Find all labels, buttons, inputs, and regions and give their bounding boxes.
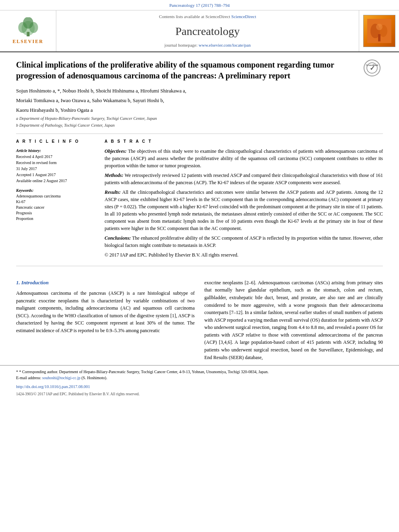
revised-date: 31 July 2017: [16, 166, 97, 172]
elsevier-tree-icon: [12, 17, 44, 37]
corresponding-author-note: * * Corresponding author. Department of …: [16, 369, 383, 375]
objectives-label: Objectives:: [105, 148, 127, 154]
objectives-text: The objectives of this study were to exa…: [105, 148, 383, 168]
affiliation-b: b Department of Pathology, Tochigi Cance…: [16, 123, 383, 129]
issn-line: 1424-3903/© 2017 IAP and EPC. Published …: [0, 391, 399, 399]
introduction-two-col: 1. Introduction Adenosquamous carcinoma …: [16, 279, 383, 362]
abstract-copyright: © 2017 IAP and EPC. Published by Elsevie…: [105, 251, 383, 259]
abstract-objectives: Objectives: The objectives of this study…: [105, 148, 383, 169]
results-text: All the clinicopathological characterist…: [105, 189, 383, 231]
journal-url[interactable]: www.elsevier.com/locate/pan: [199, 43, 251, 47]
keywords-block: Keywords: Adenosquamous carcinoma Ki-67 …: [16, 188, 97, 222]
keyword-2: Ki-67: [16, 199, 97, 205]
keywords-label: Keywords:: [16, 188, 33, 193]
doi-url[interactable]: http://dx.doi.org/10.1016/j.pan.2017.08.…: [16, 384, 90, 389]
article-history-block: Article history: Received 4 April 2017 R…: [16, 148, 97, 184]
authors-line-1: Sojun Hoshimoto a, *, Nobuo Hoshi b, Sho…: [16, 87, 383, 95]
received-revised-label: Received in revised form: [16, 160, 97, 166]
journal-reference: Pancreatology 17 (2017) 788–794: [0, 0, 399, 10]
doi-line: http://dx.doi.org/10.1016/j.pan.2017.08.…: [0, 382, 399, 391]
divider-2: [16, 266, 383, 266]
conclusions-label: Conclusions:: [105, 235, 131, 241]
crossmark-icon: ✓ CrossMark: [364, 60, 380, 76]
authors-line-2: Moriaki Tomikawa a, Iwao Ozawa a, Saho W…: [16, 97, 383, 105]
article-info-heading: A R T I C L E I N F O: [16, 139, 97, 144]
cover-thumbnail-image: [367, 19, 391, 43]
journal-cover-thumbnail: [363, 15, 395, 47]
intro-right-col: exocrine neoplasms [2–6]. Adenosquamous …: [204, 279, 383, 362]
intro-left-col: 1. Introduction Adenosquamous carcinoma …: [16, 279, 195, 362]
body-content: 1. Introduction Adenosquamous carcinoma …: [0, 275, 399, 366]
methods-label: Methods:: [105, 173, 123, 178]
sciencedirect-url-text[interactable]: ScienceDirect: [231, 14, 256, 19]
results-label: Results:: [105, 189, 121, 195]
journal-header: ELSEVIER Contents lists available at Sci…: [0, 10, 399, 52]
elsevier-logo-area: ELSEVIER: [0, 10, 56, 51]
journal-thumbnail-area: [359, 10, 399, 51]
journal-title-text: Pancreatology: [175, 23, 240, 39]
sciencedirect-link: Contents lists available at ScienceDirec…: [159, 14, 256, 20]
paper-title: Clinical implications of the proliferati…: [16, 60, 383, 81]
email-suffix: (S. Hoshimoto).: [82, 376, 107, 380]
intro-left-text: Adenosquamous carcinoma of the pancreas …: [16, 290, 195, 335]
email-line: E-mail address: souhoshi@tochigi-cc.jp (…: [16, 375, 383, 381]
abstract-results: Results: All the clinicopathological cha…: [105, 189, 383, 232]
article-info-abstract-section: A R T I C L E I N F O Article history: R…: [16, 139, 383, 261]
email-label: E-mail address:: [16, 376, 41, 380]
available-date: Available online 2 August 2017: [16, 178, 97, 184]
svg-point-4: [23, 17, 33, 29]
history-label: Article history:: [16, 148, 41, 153]
svg-point-9: [376, 24, 383, 30]
abstract-col: A B S T R A C T Objectives: The objectiv…: [105, 139, 383, 261]
authors-line-3: Kaoru Hirabayashi b, Yoshiro Ogata a: [16, 106, 383, 114]
svg-text:CrossMark: CrossMark: [366, 64, 378, 66]
accepted-date: Accepted 1 August 2017: [16, 172, 97, 178]
journal-homepage-text: journal homepage: www.elsevier.com/locat…: [165, 42, 251, 48]
keyword-5: Proportion: [16, 216, 97, 222]
keyword-1: Adenosquamous carcinoma: [16, 193, 97, 199]
journal-title-area: Contents lists available at ScienceDirec…: [56, 10, 359, 51]
abstract-conclusions: Conclusions: The enhanced proliferative …: [105, 234, 383, 249]
intro-right-text: exocrine neoplasms [2–6]. Adenosquamous …: [204, 279, 383, 362]
email-address[interactable]: souhoshi@tochigi-cc.jp: [42, 376, 80, 380]
conclusions-text: The enhanced proliferative ability of th…: [105, 235, 383, 248]
svg-rect-10: [378, 34, 380, 41]
footnote-area: * * Corresponding author. Department of …: [0, 365, 399, 382]
abstract-heading: A B S T R A C T: [105, 139, 383, 144]
affiliation-a: a Department of Hepato-Biliary-Pancreati…: [16, 116, 383, 122]
paper-main-content: Clinical implications of the proliferati…: [0, 52, 399, 275]
intro-heading: 1. Introduction: [16, 279, 195, 286]
elsevier-brand-text: ELSEVIER: [12, 38, 43, 45]
keyword-3: Pancreatic cancer: [16, 205, 97, 210]
abstract-methods: Methods: We retrospectively reviewed 12 …: [105, 172, 383, 186]
abstract-text: Objectives: The objectives of this study…: [105, 148, 383, 259]
received-date: Received 4 April 2017: [16, 154, 97, 160]
article-info-col: A R T I C L E I N F O Article history: R…: [16, 139, 97, 261]
footnote-star: *: [16, 370, 19, 374]
keyword-4: Prognosis: [16, 210, 97, 216]
crossmark-badge: ✓ CrossMark: [364, 60, 383, 79]
divider-1: [16, 134, 383, 134]
methods-text: We retrospectively reviewed 12 patients …: [105, 173, 383, 185]
